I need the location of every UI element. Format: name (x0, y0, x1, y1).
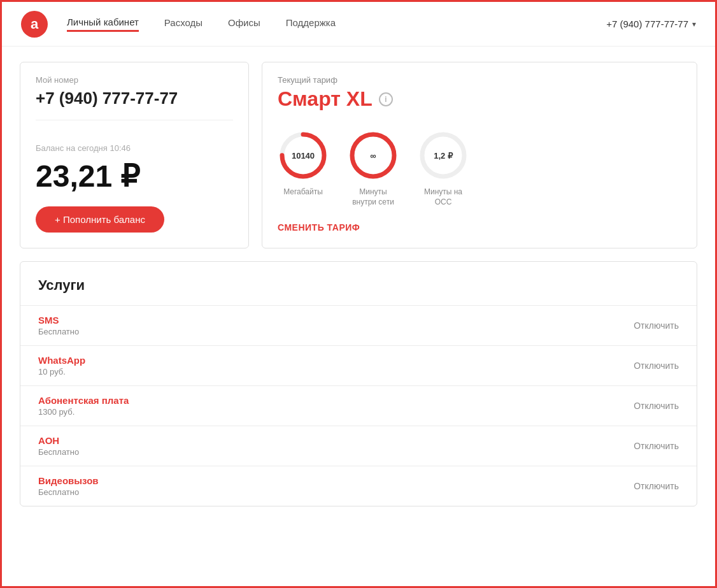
circle-minutes-occ-desc: Минуты на ОСС (418, 187, 469, 207)
circle-minutes-occ-value: 1,2 ₽ (434, 151, 453, 161)
service-row: Абонентская плата1300 руб.Отключить (20, 385, 697, 426)
services-card: Услуги SMSБесплатноОтключитьWhatsApp10 р… (20, 261, 697, 506)
circle-megabytes: 10140 Мегабайты (278, 130, 329, 197)
disable-service-button[interactable]: Отключить (634, 481, 679, 491)
my-phone-number: +7 (940) 777-77-77 (36, 89, 233, 108)
service-name: WhatsApp (38, 355, 85, 366)
service-row: ВидеовызовБесплатноОтключить (20, 466, 697, 506)
header-phone[interactable]: +7 (940) 777-77-77 ▾ (606, 18, 696, 29)
tariff-name: Смарт XL (278, 87, 373, 111)
chevron-down-icon: ▾ (692, 20, 696, 29)
service-left: АОНБесплатно (38, 435, 79, 457)
change-tariff-button[interactable]: СМЕНИТЬ ТАРИФ (278, 222, 360, 233)
nav: Личный кабинет Расходы Офисы Поддержка (67, 17, 606, 32)
header: a Личный кабинет Расходы Офисы Поддержка… (2, 2, 715, 47)
tariff-label: Текущий тариф (278, 75, 681, 85)
info-icon[interactable]: i (379, 92, 393, 106)
circle-minutes-net-value: ∞ (370, 151, 376, 161)
circle-megabytes-value: 10140 (292, 151, 315, 161)
service-name: SMS (38, 315, 79, 326)
service-name: Абонентская плата (38, 395, 129, 406)
service-price: 10 руб. (38, 367, 85, 376)
service-name: Видеовызов (38, 475, 99, 486)
my-number-label: Мой номер (36, 75, 233, 85)
balance-section: Баланс на сегодня 10:46 23,21 ₽ + Пополн… (36, 143, 233, 233)
service-price: Бесплатно (38, 487, 99, 497)
circles-row: 10140 Мегабайты ∞ Минуты в (278, 130, 681, 207)
circle-megabytes-chart: 10140 (278, 130, 329, 181)
card-my-number: Мой номер +7 (940) 777-77-77 Баланс на с… (20, 62, 249, 248)
circle-minutes-net-chart: ∞ (348, 130, 399, 181)
service-left: WhatsApp10 руб. (38, 355, 85, 376)
topup-button[interactable]: + Пополнить баланс (36, 206, 164, 233)
number-section: Мой номер +7 (940) 777-77-77 (36, 75, 233, 120)
balance-amount: 23,21 ₽ (36, 158, 140, 194)
disable-service-button[interactable]: Отключить (634, 401, 679, 411)
nav-link-support[interactable]: Поддержка (286, 17, 336, 31)
service-price: Бесплатно (38, 327, 79, 336)
logo[interactable]: a (21, 11, 48, 38)
circle-minutes-occ-chart: 1,2 ₽ (418, 130, 469, 181)
service-price: Бесплатно (38, 447, 79, 457)
card-tariff: Текущий тариф Смарт XL i 10140 (262, 62, 697, 248)
main-content: Мой номер +7 (940) 777-77-77 Баланс на с… (2, 47, 715, 522)
service-left: ВидеовызовБесплатно (38, 475, 99, 497)
circle-minutes-occ: 1,2 ₽ Минуты на ОСС (418, 130, 469, 207)
circle-minutes-net: ∞ Минуты внутри сети (348, 130, 399, 207)
disable-service-button[interactable]: Отключить (634, 441, 679, 451)
circle-megabytes-desc: Мегабайты (283, 187, 323, 197)
service-row: SMSБесплатноОтключить (20, 305, 697, 345)
service-name: АОН (38, 435, 79, 446)
service-left: SMSБесплатно (38, 315, 79, 336)
circle-minutes-net-desc: Минуты внутри сети (348, 187, 399, 207)
balance-label: Баланс на сегодня 10:46 (36, 143, 131, 153)
service-left: Абонентская плата1300 руб. (38, 395, 129, 417)
nav-link-cabinet[interactable]: Личный кабинет (67, 17, 139, 32)
top-cards: Мой номер +7 (940) 777-77-77 Баланс на с… (20, 62, 697, 248)
disable-service-button[interactable]: Отключить (634, 320, 679, 331)
tariff-title-row: Смарт XL i (278, 87, 681, 111)
service-row: АОНБесплатноОтключить (20, 426, 697, 466)
service-price: 1300 руб. (38, 407, 129, 417)
services-title: Услуги (20, 262, 697, 305)
nav-link-expenses[interactable]: Расходы (164, 17, 202, 31)
nav-link-offices[interactable]: Офисы (228, 17, 260, 31)
disable-service-button[interactable]: Отключить (634, 361, 679, 371)
service-row: WhatsApp10 руб.Отключить (20, 345, 697, 385)
services-list: SMSБесплатноОтключитьWhatsApp10 руб.Откл… (20, 305, 697, 506)
